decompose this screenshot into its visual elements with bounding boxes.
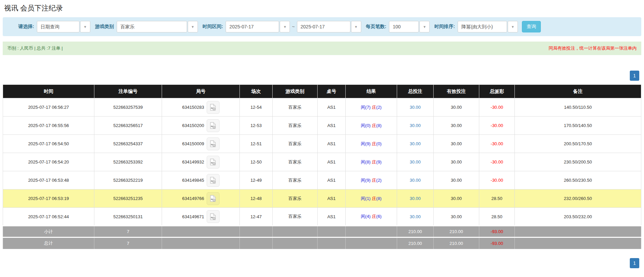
cell-table-no: AS1 xyxy=(318,171,346,190)
cell-remark: 140.50/110.50 xyxy=(515,98,641,117)
table-row: 2025-07-17 06:54:20522663253392634149932… xyxy=(3,153,641,171)
date-from-select[interactable]: 2025-07-17 ▼ xyxy=(226,21,290,32)
pagination-bottom: 1 xyxy=(3,258,639,268)
table-row: 2025-07-17 06:52:44522663250131634149671… xyxy=(3,208,641,226)
total-bet-link[interactable]: 30.00 xyxy=(410,141,421,146)
cell-bet-id: 522663250131 xyxy=(94,208,162,226)
cell-valid-bet: 30.00 xyxy=(434,208,479,226)
cell-game: 百家乐 xyxy=(273,208,318,226)
cell-session: 12-53 xyxy=(240,117,273,135)
bet-records-table: 时间注单编号局号场次游戏类别桌号结果总投注有效投注总派彩备注 2025-07-1… xyxy=(3,84,641,249)
result-player: 闲(4) xyxy=(361,214,371,219)
chevron-down-icon[interactable]: ▼ xyxy=(508,21,518,32)
page-size-select[interactable]: 100 ▼ xyxy=(389,21,430,32)
game-category-select[interactable]: 百家乐 ▼ xyxy=(117,21,198,32)
chevron-down-icon[interactable]: ▼ xyxy=(419,21,430,32)
round-id: 634150283 xyxy=(182,105,204,110)
cell-table-no: AS1 xyxy=(318,190,346,208)
video-file-icon[interactable] xyxy=(207,174,220,187)
total-bet-link[interactable]: 30.00 xyxy=(410,159,421,165)
table-row: 2025-07-17 06:54:50522663254337634150009… xyxy=(3,135,641,153)
cell-session: 12-49 xyxy=(240,171,273,190)
video-file-icon[interactable] xyxy=(207,137,220,150)
cell-payout: -30.00 xyxy=(479,98,515,117)
round-id: 634149932 xyxy=(182,159,204,165)
query-type-select[interactable]: 日期查询 ▼ xyxy=(37,21,90,32)
column-header-8: 有效投注 xyxy=(434,85,479,98)
chevron-down-icon[interactable]: ▼ xyxy=(351,21,361,32)
total-bet-link[interactable]: 30.00 xyxy=(410,123,421,128)
pagination-top: 1 xyxy=(3,71,639,81)
cell-payout: 28.50 xyxy=(479,208,515,226)
column-header-7: 总投注 xyxy=(397,85,434,98)
chevron-down-icon[interactable]: ▼ xyxy=(280,21,290,32)
cell-result: 闲(9) 庄(2) xyxy=(346,171,397,190)
table-header: 时间注单编号局号场次游戏类别桌号结果总投注有效投注总派彩备注 xyxy=(3,85,641,98)
result-banker: 庄 xyxy=(372,123,376,128)
date-to-select[interactable]: 2025-07-17 ▼ xyxy=(297,21,361,32)
cell-round-id: 634149766 xyxy=(162,190,240,208)
cell-time: 2025-07-17 06:56:27 xyxy=(3,98,94,117)
video-file-icon[interactable] xyxy=(207,156,220,169)
cell-result: 闲(4) 庄(6) xyxy=(346,208,397,226)
summary-payout: -93.00 xyxy=(479,237,515,249)
date-from-value: 2025-07-17 xyxy=(226,21,279,32)
result-banker-num: (8) xyxy=(376,196,382,201)
cell-bet-id: 522663256517 xyxy=(94,117,162,135)
total-bet-link[interactable]: 30.00 xyxy=(410,214,421,219)
total-bet-link[interactable]: 30.00 xyxy=(410,178,421,183)
round-id: 634150009 xyxy=(182,141,204,146)
table-row: 2025-07-17 06:55:56522663256517634150200… xyxy=(3,117,641,135)
cell-payout: -30.00 xyxy=(479,117,515,135)
cell-valid-bet: 30.00 xyxy=(434,153,479,171)
video-file-icon[interactable] xyxy=(207,119,220,132)
page-button-1[interactable]: 1 xyxy=(630,258,639,268)
cell-payout: -30.00 xyxy=(479,135,515,153)
summary-label: 总计 xyxy=(3,237,94,249)
cell-table-no: AS1 xyxy=(318,135,346,153)
video-file-icon[interactable] xyxy=(207,101,220,114)
chevron-down-icon[interactable]: ▼ xyxy=(188,21,198,32)
chevron-down-icon[interactable]: ▼ xyxy=(80,21,90,32)
result-banker-num: (9) xyxy=(376,159,382,165)
total-bet-link[interactable]: 30.00 xyxy=(410,105,421,110)
cell-game: 百家乐 xyxy=(273,171,318,190)
column-header-1: 注单编号 xyxy=(94,85,162,98)
table-footer: 小计7210.00210.00-93.00总计7210.00210.00-93.… xyxy=(3,226,641,249)
column-header-6: 结果 xyxy=(346,85,397,98)
page-size-label: 每页笔数: xyxy=(366,24,387,30)
page-title: 视讯 会员下注纪录 xyxy=(4,3,641,13)
cell-total-bet: 30.00 xyxy=(397,98,434,117)
video-file-icon[interactable] xyxy=(207,210,220,223)
filter-panel: 请选择: 日期查询 ▼ 游戏类别 百家乐 ▼ 时间区间: 2025-07-17 … xyxy=(3,17,641,36)
cell-total-bet: 30.00 xyxy=(397,208,434,226)
filter-query-type: 请选择: 日期查询 ▼ xyxy=(18,21,90,32)
cell-time: 2025-07-17 06:55:56 xyxy=(3,117,94,135)
result-banker-num: (2) xyxy=(376,178,382,183)
cell-total-bet: 30.00 xyxy=(397,171,434,190)
game-category-value: 百家乐 xyxy=(117,21,187,32)
table-row: 2025-07-17 06:56:27522663257539634150283… xyxy=(3,98,641,117)
cell-session: 12-50 xyxy=(240,153,273,171)
time-range-label: 时间区间: xyxy=(203,24,223,30)
time-sort-select[interactable]: 降冪(由大到小) ▼ xyxy=(458,21,518,32)
total-bet-link[interactable]: 30.00 xyxy=(410,196,421,201)
summary-row: 小计7210.00210.00-93.00 xyxy=(3,226,641,237)
cell-remark: 230.50/200.50 xyxy=(515,153,641,171)
result-player: 闲(9) xyxy=(361,178,371,183)
summary-total-bet: 210.00 xyxy=(397,226,434,237)
result-banker: 庄 xyxy=(372,105,376,110)
cell-time: 2025-07-17 06:53:48 xyxy=(3,171,94,190)
summary-valid-bet: 210.00 xyxy=(434,226,479,237)
search-button[interactable]: 查询 xyxy=(522,21,541,32)
cell-bet-id: 522663253392 xyxy=(94,153,162,171)
note-text: 同局有效投注，统一计算在该局第一张注单内 xyxy=(549,45,637,51)
cell-table-no: AS1 xyxy=(318,153,346,171)
cell-time: 2025-07-17 06:54:50 xyxy=(3,135,94,153)
filter-time-sort: 时间排序: 降冪(由大到小) ▼ xyxy=(430,21,518,32)
summary-bar: 币别 : 人民币 | 总共 :7 注单 | 同局有效投注，统一计算在该局第一张注… xyxy=(3,42,641,55)
cell-bet-id: 522663252219 xyxy=(94,171,162,190)
cell-game: 百家乐 xyxy=(273,153,318,171)
page-button-1[interactable]: 1 xyxy=(630,71,639,81)
video-file-icon[interactable] xyxy=(207,192,220,205)
